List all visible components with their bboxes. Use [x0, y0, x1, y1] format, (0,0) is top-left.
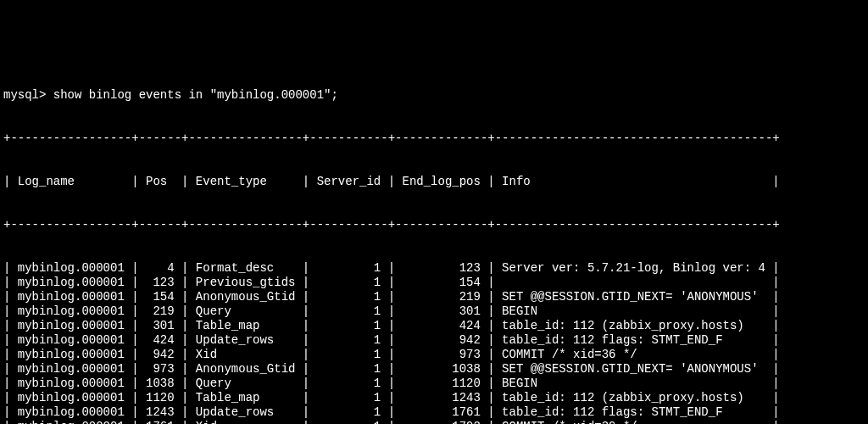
table-row: | mybinlog.000001 | 942 | Xid | 1 | 973 … — [3, 348, 865, 362]
terminal-output: mysql> show binlog events in "mybinlog.0… — [3, 59, 865, 424]
table-row: | mybinlog.000001 | 154 | Anonymous_Gtid… — [3, 290, 865, 304]
table-row: | mybinlog.000001 | 1243 | Update_rows |… — [3, 405, 865, 420]
table-header-row: | Log_name | Pos | Event_type | Server_i… — [3, 175, 865, 189]
table-row: | mybinlog.000001 | 1120 | Table_map | 1… — [3, 391, 865, 405]
table-body: | mybinlog.000001 | 4 | Format_desc | 1 … — [3, 261, 865, 424]
mysql-prompt-line[interactable]: mysql> show binlog events in "mybinlog.0… — [3, 88, 865, 103]
table-border-header: +-----------------+------+--------------… — [3, 218, 865, 232]
table-border-top: +-----------------+------+--------------… — [3, 131, 865, 146]
table-row: | mybinlog.000001 | 4 | Format_desc | 1 … — [3, 261, 865, 276]
table-row: | mybinlog.000001 | 1038 | Query | 1 | 1… — [3, 377, 865, 391]
table-row: | mybinlog.000001 | 301 | Table_map | 1 … — [3, 319, 865, 333]
table-row: | mybinlog.000001 | 1761 | Xid | 1 | 179… — [3, 420, 865, 424]
table-row: | mybinlog.000001 | 123 | Previous_gtids… — [3, 276, 865, 290]
table-row: | mybinlog.000001 | 973 | Anonymous_Gtid… — [3, 362, 865, 377]
table-row: | mybinlog.000001 | 219 | Query | 1 | 30… — [3, 304, 865, 319]
table-row: | mybinlog.000001 | 424 | Update_rows | … — [3, 333, 865, 348]
